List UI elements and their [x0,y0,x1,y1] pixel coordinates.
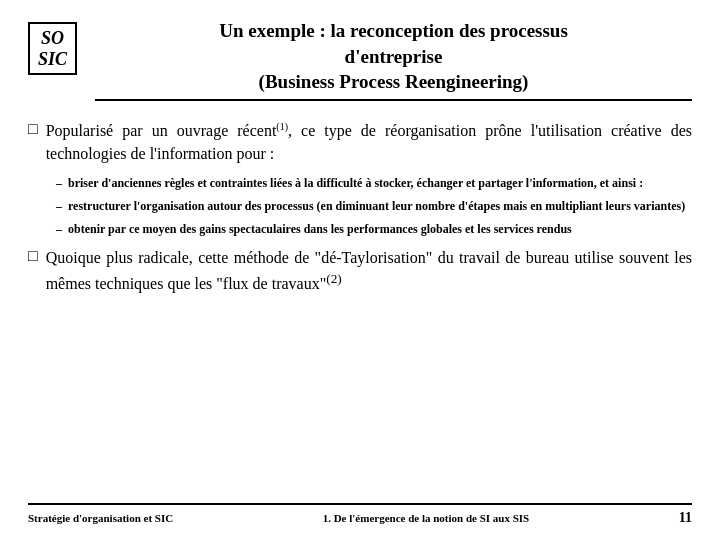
sub-dash-2: – [56,199,62,214]
sub-dash-1: – [56,176,62,191]
sub-dash-3: – [56,222,62,237]
sub-text-1: briser d'anciennes règles et contraintes… [68,175,643,192]
bullet-2-text: Quoique plus radicale, cette méthode de … [46,246,692,296]
sub-bullet-3: – obtenir par ce moyen des gains spectac… [56,221,692,238]
sub-text-2: restructurer l'organisation autour des p… [68,198,685,215]
bullet-1: □ Popularisé par un ouvrage récent(1), c… [28,119,692,165]
sub-bullet-1: – briser d'anciennes règles et contraint… [56,175,692,192]
bullet-2-sup: (2) [326,271,342,286]
sub-bullet-2: – restructurer l'organisation autour des… [56,198,692,215]
footer-page-number: 11 [679,510,692,526]
header: SO SIC Un exemple : la reconception des … [28,18,692,101]
bullet-2: □ Quoique plus radicale, cette méthode d… [28,246,692,296]
bullet-2-text-before-sup: Quoique plus radicale, cette méthode de … [46,249,692,293]
slide-page: SO SIC Un exemple : la reconception des … [0,0,720,540]
bullet-1-text: Popularisé par un ouvrage récent(1), ce … [46,119,692,165]
bullet-symbol-1: □ [28,120,38,138]
footer-left: Stratégie d'organisation et SIC [28,512,173,524]
logo: SO SIC [28,22,77,75]
footer: Stratégie d'organisation et SIC 1. De l'… [28,503,692,526]
bullet-1-text-before-sup: Popularisé par un ouvrage récent [46,122,277,139]
sub-text-3: obtenir par ce moyen des gains spectacul… [68,221,572,238]
header-underline [95,99,692,101]
bullet-1-sup: (1) [276,121,288,132]
main-content: □ Popularisé par un ouvrage récent(1), c… [28,111,692,503]
sub-bullets: – briser d'anciennes règles et contraint… [56,175,692,237]
header-title: Un exemple : la reconception des process… [95,18,692,101]
bullet-symbol-2: □ [28,247,38,265]
title-text: Un exemple : la reconception des process… [95,18,692,95]
footer-center: 1. De l'émergence de la notion de SI aux… [173,512,679,524]
logo-line1: SO [41,28,64,49]
logo-line2: SIC [38,49,67,70]
